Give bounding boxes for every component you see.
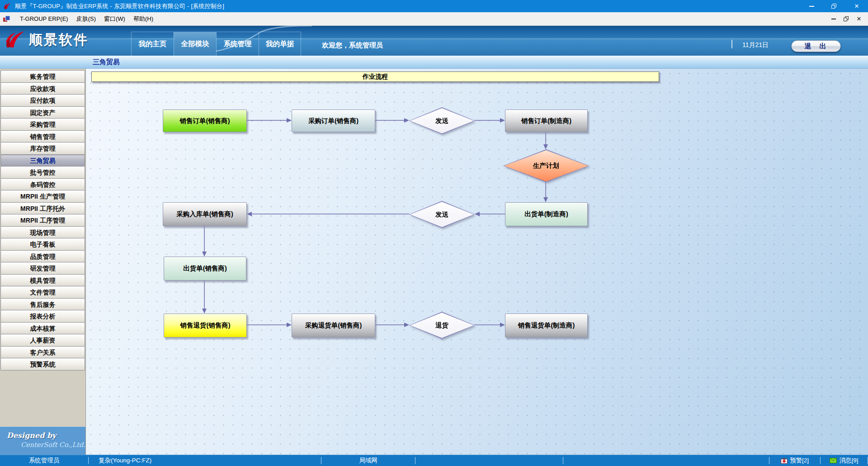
tab-all-modules[interactable]: 全部模块 xyxy=(174,32,216,56)
mdi-close-button[interactable]: ✕ xyxy=(855,15,863,23)
sidebar-item-mrp2-outsourcing[interactable]: MRPII 工序托外 xyxy=(0,202,85,215)
arrow-left-icon xyxy=(247,212,252,216)
status-alerts[interactable]: 预警[2] xyxy=(769,456,820,465)
flow-node-sales-order-maker[interactable]: 销售订单(制造商) xyxy=(505,109,588,132)
flow-connector xyxy=(247,324,287,325)
sidebar-item-document[interactable]: 文件管理 xyxy=(0,286,85,299)
menu-skin[interactable]: 皮肤(S) xyxy=(72,15,100,23)
menu-bar: T-GROUP ERP(E) 皮肤(S) 窗口(W) 帮助(H) ✕ xyxy=(0,12,868,26)
sidebar-item-shopfloor[interactable]: 现场管理 xyxy=(0,226,85,239)
arrow-down-icon xyxy=(202,252,207,257)
sidebar-credit-panel: Designed by CenterSoft Co.,Ltd. xyxy=(0,427,85,455)
sidebar-item-receivables[interactable]: 应收款项 xyxy=(0,82,85,95)
node-label: 销售退货单(制造商) xyxy=(518,321,575,330)
node-label: 采购订单(销售商) xyxy=(308,117,359,125)
tab-system-management[interactable]: 系统管理 xyxy=(216,32,259,56)
flow-node-sales-order-seller[interactable]: 销售订单(销售商) xyxy=(163,109,247,132)
status-network: 局域网 xyxy=(321,456,415,465)
mdi-minimize-button[interactable] xyxy=(830,15,837,23)
flow-connector xyxy=(204,226,205,252)
sidebar-item-quality[interactable]: 品质管理 xyxy=(0,250,85,263)
exit-button[interactable]: 退 出 xyxy=(791,40,841,52)
sidebar-item-e-kanban[interactable]: 电子看板 xyxy=(0,238,85,251)
window-close-button[interactable]: ✕ xyxy=(845,0,868,12)
restore-icon xyxy=(844,16,849,22)
flow-connector xyxy=(475,324,500,325)
sidebar-item-accounting[interactable]: 账务管理 xyxy=(0,70,85,83)
flow-node-purchase-receipt-seller[interactable]: 采购入库单(销售商) xyxy=(163,202,247,226)
sidebar-item-triangle-trade[interactable]: 三角贸易 xyxy=(0,154,85,167)
flow-node-shipment-maker[interactable]: 出货单(制造商) xyxy=(505,202,588,226)
tab-my-homepage[interactable]: 我的主页 xyxy=(131,32,174,56)
arrow-right-icon xyxy=(404,118,409,123)
flow-node-shipment-seller[interactable]: 出货单(销售商) xyxy=(164,257,246,281)
arrow-down-icon xyxy=(543,197,548,202)
sidebar-item-mrp2-process[interactable]: MRPII 工序管理 xyxy=(0,214,85,227)
node-label: 采购入库单(销售商) xyxy=(176,210,233,219)
window-restore-button[interactable] xyxy=(823,0,845,12)
first-aid-icon xyxy=(781,458,788,464)
flowchart-canvas: 作业流程 销售订单(销售商) 采购订单(销售商) 发送 销售订单(制造商) 生产… xyxy=(86,69,868,455)
sidebar-item-mrp2-production[interactable]: MRPII 生产管理 xyxy=(0,190,85,203)
sidebar-item-hr-payroll[interactable]: 人事薪资 xyxy=(0,334,85,347)
flow-node-send-1[interactable]: 发送 xyxy=(409,107,475,134)
window-minimize-button[interactable] xyxy=(800,0,823,12)
node-label: 退货 xyxy=(409,312,475,339)
main-area: 账务管理 应收款项 应付款项 固定资产 采购管理 销售管理 库存管理 三角贸易 … xyxy=(0,69,868,455)
window-controls: ✕ xyxy=(800,0,868,12)
flow-connector xyxy=(475,120,500,121)
arrow-right-icon xyxy=(404,323,409,327)
sub-header: 三角贸易 xyxy=(0,56,868,69)
arrow-right-icon xyxy=(287,118,292,123)
sidebar-item-mold[interactable]: 模具管理 xyxy=(0,274,85,287)
flow-connector xyxy=(375,120,404,121)
flow-node-sales-return-seller[interactable]: 销售退货(销售商) xyxy=(164,314,247,338)
tab-my-documents[interactable]: 我的单据 xyxy=(259,32,301,56)
node-label: 销售退货(销售商) xyxy=(180,321,230,330)
sidebar-item-alert-system[interactable]: 预警系统 xyxy=(0,358,85,371)
designed-by-text: Designed by xyxy=(7,431,85,440)
app-header: 顺景软件 我的主页 全部模块 系统管理 我的单据 欢迎您，系统管理员 11月21… xyxy=(0,26,868,56)
status-separator xyxy=(415,457,415,464)
flow-connector xyxy=(545,182,546,197)
flow-connector xyxy=(375,324,404,325)
envelope-icon xyxy=(830,458,837,463)
brand-logo-icon xyxy=(5,29,25,50)
sidebar-item-after-sales[interactable]: 售后服务 xyxy=(0,298,85,311)
sidebar-item-crm[interactable]: 客户关系 xyxy=(0,346,85,359)
brand-logo: 顺景软件 xyxy=(5,29,89,50)
menu-window[interactable]: 窗口(W) xyxy=(100,15,129,23)
mdi-window-controls: ✕ xyxy=(830,15,868,23)
node-label: 发送 xyxy=(409,201,475,228)
company-name-text: CenterSoft Co.,Ltd. xyxy=(21,441,85,448)
flow-node-sales-return-maker[interactable]: 销售退货单(制造商) xyxy=(505,314,588,338)
app-window: 顺景『T-GROUP』制造业ERP系统 - 东莞顺景软件科技有限公司 - [系统… xyxy=(0,0,868,466)
flow-node-purchase-order-seller[interactable]: 采购订单(销售商) xyxy=(292,109,375,132)
minimize-icon xyxy=(809,6,814,7)
sidebar-item-fixed-assets[interactable]: 固定资产 xyxy=(0,106,85,119)
menu-help[interactable]: 帮助(H) xyxy=(129,15,157,23)
flow-node-return[interactable]: 退货 xyxy=(409,312,475,339)
sidebar-item-purchasing[interactable]: 采购管理 xyxy=(0,118,85,131)
node-label: 出货单(制造商) xyxy=(524,210,568,219)
arrow-left-icon xyxy=(475,212,480,216)
sidebar: 账务管理 应收款项 应付款项 固定资产 采购管理 销售管理 库存管理 三角贸易 … xyxy=(0,69,86,455)
node-label: 生产计划 xyxy=(503,149,589,182)
menu-tgroup-erp[interactable]: T-GROUP ERP(E) xyxy=(16,15,72,22)
flow-node-production-plan[interactable]: 生产计划 xyxy=(503,149,589,182)
status-messages[interactable]: 消息[9] xyxy=(821,456,868,465)
sidebar-item-inventory[interactable]: 库存管理 xyxy=(0,142,85,155)
flow-connector xyxy=(247,120,287,121)
arrow-right-icon xyxy=(500,118,505,123)
flow-node-send-2[interactable]: 发送 xyxy=(409,201,475,228)
sidebar-item-sales[interactable]: 销售管理 xyxy=(0,130,85,143)
sidebar-item-payables[interactable]: 应付款项 xyxy=(0,94,85,107)
status-separator xyxy=(563,457,563,464)
sidebar-item-reports[interactable]: 报表分析 xyxy=(0,310,85,323)
sidebar-item-barcode-control[interactable]: 条码管控 xyxy=(0,178,85,191)
sidebar-item-batch-control[interactable]: 批号管控 xyxy=(0,166,85,179)
flow-node-purchase-return-seller[interactable]: 采购退货单(销售商) xyxy=(292,314,375,338)
mdi-restore-button[interactable] xyxy=(843,15,850,23)
sidebar-item-costing[interactable]: 成本核算 xyxy=(0,322,85,335)
sidebar-item-rnd[interactable]: 研发管理 xyxy=(0,262,85,275)
